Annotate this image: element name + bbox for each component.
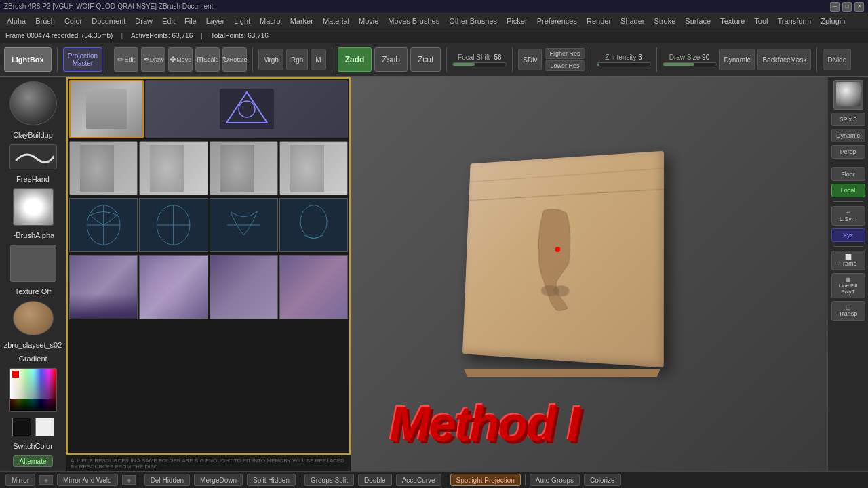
spotlight-button[interactable]: Spotlight Projection — [450, 474, 521, 486]
menu-surface[interactable]: Surface — [681, 16, 715, 26]
menu-edit[interactable]: Edit — [158, 16, 179, 26]
menu-light[interactable]: Light — [230, 16, 254, 26]
mirror-button[interactable]: Mirror — [5, 474, 35, 486]
menu-movie[interactable]: Movie — [355, 16, 382, 26]
texture-preview[interactable] — [10, 245, 56, 282]
menu-texture[interactable]: Texture — [716, 16, 749, 26]
menu-other-brushes[interactable]: Other Brushes — [445, 16, 501, 26]
zadd-button[interactable]: Zadd — [338, 47, 372, 72]
xyz-button[interactable]: Xyz — [831, 228, 865, 242]
ref-img-2[interactable] — [139, 141, 208, 195]
accu-curve-button[interactable]: AccuCurve — [396, 474, 441, 486]
background-color[interactable] — [35, 418, 54, 436]
brush-preview[interactable] — [9, 81, 57, 125]
move-button[interactable]: ✥ Move — [168, 47, 193, 72]
draw-size-slider[interactable] — [663, 62, 717, 66]
menu-preferences[interactable]: Preferences — [533, 16, 581, 26]
mrgb-button[interactable]: Mrgb — [258, 49, 283, 70]
focal-shift-container: Focal Shift -56 — [452, 54, 507, 66]
edit-button[interactable]: ✏ Edit — [114, 47, 138, 72]
zsub-button[interactable]: Zsub — [374, 47, 408, 72]
menu-color[interactable]: Color — [60, 16, 86, 26]
line-fill-button[interactable]: ▦ Line Fill PolyT — [831, 273, 865, 298]
menu-stroke[interactable]: Stroke — [650, 16, 680, 26]
wire-img-3[interactable] — [210, 198, 278, 252]
color-img-1[interactable] — [69, 255, 138, 319]
focal-shift-slider[interactable] — [452, 62, 507, 66]
lightbox-button[interactable]: LightBox — [4, 47, 52, 72]
local-button[interactable]: Local — [831, 184, 865, 197]
backface-mask-button[interactable]: BackfaceMask — [757, 49, 811, 70]
floor-button[interactable]: Floor — [831, 167, 865, 181]
menu-tool[interactable]: Tool — [750, 16, 772, 26]
menu-picker[interactable]: Picker — [502, 16, 532, 26]
color-picker[interactable] — [9, 368, 57, 412]
split-hidden-button[interactable]: Split Hidden — [247, 474, 296, 486]
wire-img-4[interactable] — [279, 198, 348, 252]
auto-groups-button[interactable]: Auto Groups — [530, 474, 580, 486]
close-button[interactable]: ✕ — [854, 2, 864, 12]
menu-render[interactable]: Render — [583, 16, 615, 26]
menu-zplugin[interactable]: Zplugin — [816, 16, 849, 26]
projection-master-button[interactable]: Projection Master — [63, 47, 102, 72]
merge-down-button[interactable]: MergeDown — [194, 474, 243, 486]
mirror-weld-button[interactable]: Mirror And Weld — [57, 474, 118, 486]
del-hidden-button[interactable]: Del Hidden — [144, 474, 190, 486]
alternate-button[interactable]: Alternate — [13, 455, 52, 467]
scale-button[interactable]: ⊞ Scale — [195, 47, 220, 72]
double-button[interactable]: Double — [358, 474, 392, 486]
menu-draw[interactable]: Draw — [131, 16, 157, 26]
rgb-button[interactable]: Rgb — [286, 49, 308, 70]
minimize-button[interactable]: ─ — [830, 2, 840, 12]
right-panel: SPix 3 Dynamic Persp Floor Local ↔ L.Sym… — [827, 77, 868, 471]
3d-viewport[interactable]: Method I — [351, 77, 827, 471]
menu-shader[interactable]: Shader — [616, 16, 648, 26]
wire-img-2[interactable] — [139, 198, 208, 252]
menu-transform[interactable]: Transform — [774, 16, 816, 26]
menu-layer[interactable]: Layer — [202, 16, 229, 26]
ref-img-3[interactable] — [210, 141, 278, 195]
menu-brush[interactable]: Brush — [31, 16, 59, 26]
colorize-button[interactable]: Colorize — [584, 474, 621, 486]
bpr-button[interactable] — [833, 80, 863, 110]
frame-button[interactable]: ⬜ Frame — [831, 251, 865, 270]
dynamic-btn[interactable]: Dynamic — [831, 129, 865, 142]
z-intensity-label: Z Intensity 3 — [605, 54, 642, 61]
wire-img-1[interactable] — [69, 198, 138, 252]
alpha-preview[interactable] — [13, 188, 54, 226]
menu-macro[interactable]: Macro — [256, 16, 285, 26]
groups-split-button[interactable]: Groups Split — [304, 474, 354, 486]
menu-marker[interactable]: Marker — [286, 16, 317, 26]
color-img-4[interactable] — [279, 255, 348, 319]
z-intensity-slider[interactable] — [597, 62, 651, 66]
persp-button[interactable]: Persp — [831, 145, 865, 159]
lower-res-button[interactable]: Lower Res — [545, 60, 585, 71]
menu-alpha[interactable]: Alpha — [3, 16, 30, 26]
sdiv-button[interactable]: SDiv — [518, 49, 542, 70]
ref-img-4[interactable] — [279, 141, 348, 195]
transp-button[interactable]: ◫ Transp — [831, 301, 865, 321]
spix-button[interactable]: SPix 3 — [831, 113, 865, 126]
divide-button[interactable]: Divide — [823, 49, 851, 70]
maximize-button[interactable]: □ — [842, 2, 852, 12]
foreground-color[interactable] — [12, 418, 31, 436]
color-img-2[interactable] — [139, 255, 208, 319]
menu-material[interactable]: Material — [319, 16, 353, 26]
ref-img-1[interactable] — [69, 141, 138, 195]
color-img-3[interactable] — [210, 255, 278, 319]
m-button[interactable]: M — [311, 49, 326, 70]
higher-res-button[interactable]: Higher Res — [545, 48, 585, 59]
lsym-button[interactable]: ↔ L.Sym — [831, 206, 865, 226]
draw-button[interactable]: ✒ Draw — [141, 47, 165, 72]
material-preview[interactable] — [13, 301, 54, 336]
menu-moves-brushes[interactable]: Moves Brushes — [384, 16, 443, 26]
stroke-preview[interactable] — [9, 144, 57, 169]
menu-file[interactable]: File — [180, 16, 201, 26]
selected-thumb-1[interactable] — [69, 80, 144, 138]
selected-thumb-2[interactable] — [145, 80, 348, 138]
zcut-button[interactable]: Zcut — [410, 47, 441, 72]
main-area: ClayBuildup FreeHand ~BrushAlpha Texture… — [0, 77, 868, 471]
menu-document[interactable]: Document — [87, 16, 130, 26]
dynamic-button[interactable]: Dynamic — [719, 49, 755, 70]
rotate-button[interactable]: ↻ Rotate — [222, 47, 247, 72]
